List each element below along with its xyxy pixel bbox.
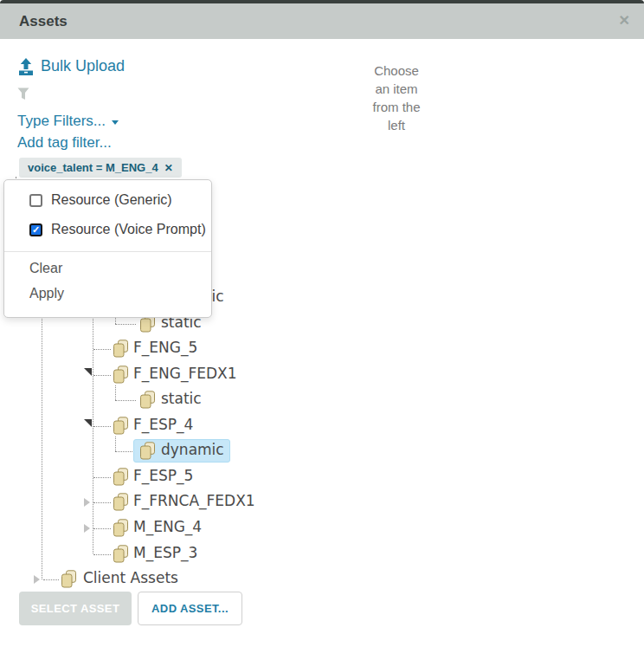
assets-dialog: Assets ✕ Bulk Upload Type Filters... Add… — [0, 0, 644, 647]
tree-item-f-eng-fedx1[interactable]: F_ENG_FEDX1 — [133, 365, 236, 382]
type-filters-menu: Resource (Generic)✓Resource (Voice Promp… — [3, 179, 212, 318]
tree-connector-line — [43, 579, 59, 580]
type-filter-option[interactable]: ✓Resource (Voice Prompt) — [4, 220, 211, 239]
tree-item-m-eng-4[interactable]: M_ENG_4 — [133, 518, 202, 535]
select-asset-button: SELECT ASSET — [19, 592, 132, 625]
folder-icon — [113, 417, 129, 438]
folder-icon — [139, 391, 156, 412]
tree-connector-line — [93, 426, 111, 427]
tree-item-f-esp-5[interactable]: F_ESP_5 — [133, 467, 193, 484]
tree-connector-line — [115, 437, 116, 451]
tree-item-f-esp-4[interactable]: F_ESP_4 — [133, 416, 193, 433]
checkbox-unchecked[interactable] — [29, 194, 42, 207]
folder-icon — [113, 545, 129, 566]
menu-divider — [4, 251, 211, 252]
type-filter-option-label: Resource (Voice Prompt) — [51, 222, 206, 237]
tree-item-f-frnca-fedx1[interactable]: F_FRNCA_FEDX1 — [133, 492, 255, 509]
folder-icon — [139, 442, 156, 463]
tree-connector-line — [93, 502, 111, 503]
tree-connector-line — [93, 477, 111, 478]
folder-icon — [113, 468, 129, 489]
tree-connector-line — [93, 349, 111, 350]
tree-expander-closed-icon[interactable] — [34, 575, 40, 584]
type-filter-option[interactable]: Resource (Generic) — [4, 191, 211, 210]
tree-connector-line — [115, 324, 136, 325]
tree-item-dynamic[interactable]: dynamic — [161, 441, 224, 458]
tree-item-static[interactable]: static — [161, 390, 202, 407]
tree-expander-open-icon[interactable] — [84, 368, 92, 376]
tree-connector-line — [93, 554, 111, 555]
tree-item-client-assets[interactable]: Client Assets — [83, 569, 178, 586]
close-icon[interactable]: ✕ — [619, 12, 630, 29]
tree-expander-closed-icon[interactable] — [84, 498, 90, 507]
tree-connector-line — [93, 528, 111, 529]
type-filter-option-label: Resource (Generic) — [51, 192, 172, 208]
tree-connector-line — [115, 385, 116, 400]
tree-connector-line — [115, 400, 136, 401]
tree-expander-open-icon[interactable] — [84, 419, 92, 427]
asset-tree: dynamicstaticF_ENG_5F_ENG_FEDX1staticF_E… — [0, 0, 372, 647]
folder-icon — [113, 519, 129, 540]
folder-icon — [113, 340, 129, 361]
tree-expander-closed-icon[interactable] — [84, 524, 90, 533]
folder-icon — [113, 366, 129, 387]
folder-icon — [61, 570, 77, 592]
tree-connector-line — [93, 375, 111, 376]
tree-item-m-esp-3[interactable]: M_ESP_3 — [133, 544, 197, 561]
folder-icon — [113, 493, 129, 514]
apply-menu-item[interactable]: Apply — [4, 286, 211, 302]
tree-item-f-eng-5[interactable]: F_ENG_5 — [133, 339, 197, 356]
add-asset-button[interactable]: ADD ASSET... — [138, 592, 242, 625]
checkbox-checked[interactable]: ✓ — [29, 223, 42, 236]
clear-menu-item[interactable]: Clear — [4, 261, 211, 277]
detail-pane-placeholder: Choose an item from the left — [370, 61, 423, 134]
tree-connector-line — [93, 294, 93, 553]
